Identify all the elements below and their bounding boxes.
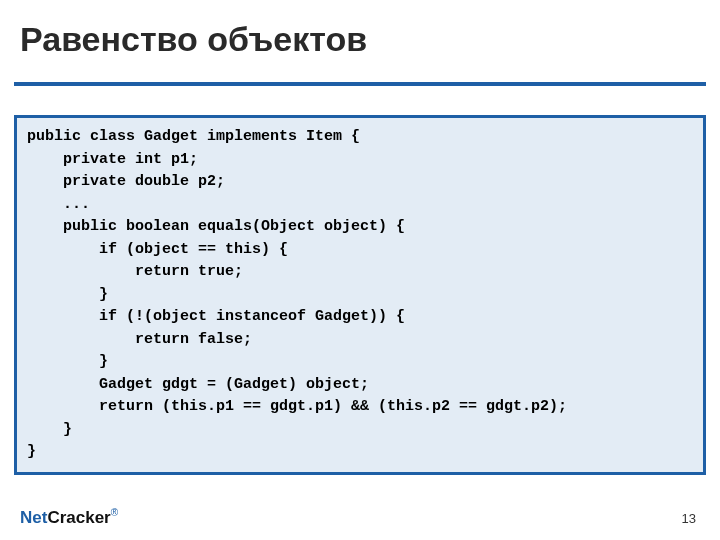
- slide: Равенство объектов public class Gadget i…: [0, 0, 720, 540]
- title-divider: [14, 82, 706, 86]
- logo-part-net: Net: [20, 508, 47, 527]
- page-number: 13: [682, 511, 696, 526]
- logo-mark: ®: [111, 507, 118, 518]
- logo-part-cracker: Cracker: [47, 508, 110, 527]
- code-block: public class Gadget implements Item { pr…: [14, 115, 706, 475]
- slide-title: Равенство объектов: [20, 20, 367, 59]
- footer: NetCracker® 13: [0, 506, 720, 528]
- brand-logo: NetCracker®: [20, 507, 118, 528]
